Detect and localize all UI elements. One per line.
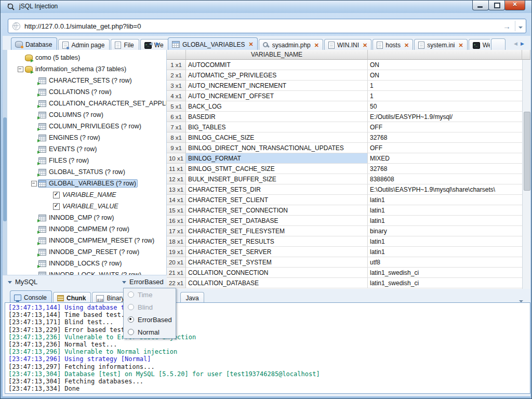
tree-item-information-schema-37-tables[interactable]: information_schema (37 tables) (8, 63, 166, 75)
row-number-cell[interactable]: 15 x1 (167, 205, 186, 216)
variable-value-cell[interactable]: utf8 (368, 257, 522, 268)
row-number-cell[interactable]: 14 x1 (167, 195, 186, 205)
row-number-cell[interactable]: 3 x1 (167, 81, 186, 91)
tree-item-variable-name[interactable]: VARIABLE_NAME (8, 189, 166, 201)
row-number-cell[interactable]: 21 x1 (167, 268, 186, 278)
variable-name-cell[interactable]: CHARACTER_SETS_DIR (186, 184, 368, 195)
variable-name-cell[interactable]: AUTOCOMMIT (186, 60, 368, 70)
tree-item-innodb-cmpmem-row[interactable]: INNODB_CMPMEM (? row) (8, 223, 166, 235)
tree-item-global-variables-row[interactable]: GLOBAL_VARIABLES (? row) (8, 178, 166, 189)
tree-item-collations-row[interactable]: COLLATIONS (? row) (8, 86, 166, 98)
strategy-option-errorbased[interactable]: ErrorBased (124, 313, 176, 326)
row-number-cell[interactable]: 16 x1 (167, 216, 186, 226)
variable-name-cell[interactable]: BACK_LOG (186, 101, 368, 112)
variable-name-cell[interactable]: BULK_INSERT_BUFFER_SIZE (186, 174, 368, 184)
tab-hosts[interactable]: hosts✕ (373, 39, 413, 51)
row-number-cell[interactable]: 1 x1 (167, 60, 186, 70)
tree-item-innodb-locks-row[interactable]: INNODB_LOCKS (? row) (8, 258, 166, 269)
variable-name-cell[interactable]: CHARACTER_SET_CLIENT (186, 195, 368, 205)
tree-item-innodb-lock-waits-row[interactable]: INNODB_LOCK_WAITS (? row) (8, 269, 166, 275)
variable-value-cell[interactable]: 8388608 (368, 174, 522, 184)
row-number-cell[interactable]: 2 x1 (167, 70, 186, 81)
variable-name-cell[interactable]: AUTO_INCREMENT_OFFSET (186, 91, 368, 101)
variable-name-cell[interactable]: CHARACTER_SET_FILESYSTEM (186, 226, 368, 236)
variable-value-cell[interactable]: latin1_swedish_ci (368, 278, 522, 288)
row-number-cell[interactable]: 4 x1 (167, 91, 186, 101)
column-header-variable-value[interactable] (368, 50, 522, 60)
row-number-cell[interactable]: 9 x1 (167, 143, 186, 153)
minimize-button[interactable] (472, 1, 489, 10)
scroll-right-icon[interactable]: ▶ (156, 41, 159, 46)
console-output[interactable]: [23:47:13,144] Using database type MySQL… (5, 302, 530, 394)
table-scrollbar[interactable] (522, 60, 530, 289)
variable-value-cell[interactable]: 32768 (368, 164, 522, 174)
checkbox-checked-icon[interactable] (53, 192, 60, 198)
tree-item-columns-row[interactable]: COLUMNS (? row) (8, 109, 166, 121)
strategy-option-normal[interactable]: Normal (124, 326, 176, 338)
row-number-cell[interactable]: 19 x1 (167, 247, 186, 257)
variable-name-cell[interactable]: AUTO_INCREMENT_INCREMENT (186, 81, 368, 91)
tree-item-innodb-cmpmem-reset-row[interactable]: INNODB_CMPMEM_RESET (? row) (8, 235, 166, 246)
row-number-cell[interactable]: 22 x1 (167, 278, 186, 288)
tree-item-como-5-tables[interactable]: como (5 tables) (8, 52, 166, 63)
variable-value-cell[interactable]: E:/Outils/EASYPH~1.9/mysql/ (368, 112, 522, 122)
partial-tab[interactable] (491, 38, 506, 50)
go-arrow-icon[interactable]: → (499, 22, 515, 31)
tree-item-innodb-cmp-row[interactable]: INNODB_CMP (? row) (8, 212, 166, 223)
variable-value-cell[interactable]: 32768 (368, 132, 522, 143)
variable-name-cell[interactable]: CHARACTER_SET_SYSTEM (186, 257, 368, 268)
tree-item-character-sets-row[interactable]: CHARACTER_SETS (? row) (8, 75, 166, 86)
variable-value-cell[interactable]: 1 (368, 81, 522, 91)
variable-name-cell[interactable]: COLLATION_CONNECTION (186, 268, 368, 278)
variable-value-cell[interactable]: latin1 (368, 195, 522, 205)
variable-value-cell[interactable]: ON (368, 60, 522, 70)
column-header-rownum[interactable] (167, 50, 186, 60)
row-number-cell[interactable]: 20 x1 (167, 257, 186, 268)
tree-item-files-row[interactable]: FILES (? row) (8, 155, 166, 166)
tree-item-innodb-cmp-reset-row[interactable]: INNODB_CMP_RESET (? row) (8, 246, 166, 258)
variable-value-cell[interactable]: ON (368, 70, 522, 81)
variable-value-cell[interactable]: E:\Outils\EASYPH~1.9\mysql\share\charset… (368, 184, 522, 195)
variable-value-cell[interactable]: latin1 (368, 205, 522, 216)
variable-name-cell[interactable]: BINLOG_STMT_CACHE_SIZE (186, 164, 368, 174)
tree-item-collation-character-set-applicability[interactable]: COLLATION_CHARACTER_SET_APPLICABILITY (8, 98, 166, 109)
close-tab-icon[interactable]: ✕ (404, 42, 409, 49)
scroll-right-icon[interactable]: ▶ (521, 41, 524, 46)
close-tab-icon[interactable]: ✕ (458, 42, 463, 49)
variable-value-cell[interactable]: MIXED (368, 153, 522, 164)
url-dropdown-button[interactable] (515, 21, 526, 31)
variable-value-cell[interactable]: latin1 (368, 236, 522, 247)
variable-value-cell[interactable]: 1 (368, 91, 522, 101)
tab-win-ini[interactable]: WIN.INI✕ (324, 39, 371, 51)
variable-name-cell[interactable]: COLLATION_DATABASE (186, 278, 368, 288)
column-header-variable-name[interactable]: VARIABLE_NAME (186, 50, 368, 60)
close-button[interactable]: ✕ (504, 1, 525, 10)
checkbox-checked-icon[interactable] (53, 203, 60, 210)
table-scrollbar-thumb[interactable] (524, 112, 530, 191)
row-number-cell[interactable]: 10 x1 (167, 153, 186, 164)
collapse-icon[interactable] (18, 66, 23, 72)
close-tab-icon[interactable]: ✕ (363, 42, 367, 49)
variable-value-cell[interactable]: binary (368, 226, 522, 236)
variable-value-cell[interactable]: OFF (368, 122, 522, 132)
variable-name-cell[interactable]: BASEDIR (186, 112, 368, 122)
restore-button[interactable] (488, 1, 505, 10)
variable-name-cell[interactable]: CHARACTER_SET_DATABASE (186, 216, 368, 226)
variable-name-cell[interactable]: CHARACTER_SET_SERVER (186, 247, 368, 257)
variable-name-cell[interactable]: BINLOG_DIRECT_NON_TRANSACTIONAL_UPDATES (186, 143, 368, 153)
row-number-cell[interactable]: 18 x1 (167, 236, 186, 247)
collapse-icon[interactable] (31, 181, 37, 187)
row-number-cell[interactable]: 17 x1 (167, 226, 186, 236)
row-number-cell[interactable]: 11 x1 (167, 164, 186, 174)
row-number-cell[interactable]: 12 x1 (167, 174, 186, 184)
tree-scrollbar[interactable] (3, 50, 7, 275)
variable-value-cell[interactable]: latin1 (368, 216, 522, 226)
tab-admin-page[interactable]: Admin page (58, 39, 110, 51)
close-tab-icon[interactable]: ✕ (314, 42, 319, 49)
row-number-cell[interactable]: 8 x1 (167, 132, 186, 143)
variable-value-cell[interactable]: latin1 (368, 247, 522, 257)
variable-value-cell[interactable]: 50 (368, 101, 522, 112)
tab-file[interactable]: File (111, 39, 139, 51)
variable-name-cell[interactable]: BIG_TABLES (186, 122, 368, 132)
variable-name-cell[interactable]: CHARACTER_SET_RESULTS (186, 236, 368, 247)
